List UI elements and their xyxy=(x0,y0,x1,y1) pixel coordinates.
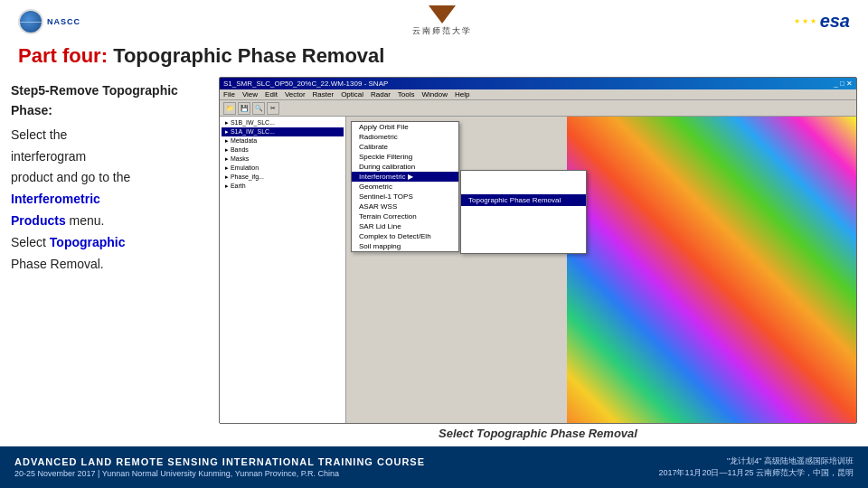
text-phase-removal: Phase Removal. xyxy=(11,257,104,271)
sw-toolbar: 📁 💾 🔍 ✂ xyxy=(220,100,856,117)
link-topographic: Topographic xyxy=(50,235,126,249)
menu-radar[interactable]: Radar xyxy=(371,90,391,99)
title-main: Topographic Phase Removal xyxy=(113,44,384,67)
menu-window[interactable]: Window xyxy=(422,90,448,99)
banner-left-section: ADVANCED LAND REMOTE SENSING INTERNATION… xyxy=(14,456,425,478)
esa-text: esa xyxy=(820,11,850,32)
course-dates: 20-25 November 2017 | Yunnan Normal Univ… xyxy=(14,469,425,478)
university-text: 云南师范大学 xyxy=(412,25,472,37)
ctx-terrain[interactable]: Terrain Correction xyxy=(352,211,458,221)
university-logo: 云南师范大学 xyxy=(412,5,472,37)
tree-item-8[interactable]: ▸ Earth xyxy=(222,182,344,191)
sar-image xyxy=(567,117,856,424)
ctx-asar[interactable]: ASAR WSS xyxy=(352,202,458,211)
sw-title-text: S1_SMR_SLC_OP50_20%C_22.WM-1309 - SNAP xyxy=(223,80,388,88)
left-text-panel: Step5-Remove Topographic Phase: Select t… xyxy=(11,77,210,443)
sub-coherence[interactable]: Coherence Estimation xyxy=(461,183,586,194)
esa-logo: ★ ★ ★ esa xyxy=(794,11,850,32)
link-interferometric: Interferometric xyxy=(11,192,100,206)
body-text: Select the interferogram product and go … xyxy=(11,125,210,276)
right-title: "龙计划4" 高级陆地遥感国际培训班 xyxy=(658,455,854,467)
ctx-sentinel[interactable]: Sentinel-1 TOPS xyxy=(352,192,458,202)
bottom-banner: ADVANCED LAND REMOTE SENSING INTERNATION… xyxy=(0,446,868,488)
menu-edit[interactable]: Edit xyxy=(265,90,278,99)
star-icon-2: ★ xyxy=(802,17,808,25)
slide-title: Part four: Topographic Phase Removal xyxy=(18,44,850,68)
title-prefix: Part four: xyxy=(18,44,113,67)
star-icon-3: ★ xyxy=(810,17,816,25)
sub-phase-displacement[interactable]: Phase to Displacement xyxy=(461,230,586,241)
menu-raster[interactable]: Raster xyxy=(313,90,335,99)
ctx-geometric[interactable]: Geometric xyxy=(352,182,458,192)
text-interferogram: interferogram xyxy=(11,149,86,164)
software-screenshot: S1_SMR_SLC_OP50_20%C_22.WM-1309 - SNAP _… xyxy=(219,77,857,424)
toolbar-btn-1[interactable]: 📁 xyxy=(223,102,236,115)
interferometric-submenu: Interferogram Formation Coherence Estima… xyxy=(460,170,587,254)
arrow-icon xyxy=(429,5,456,23)
toolbar-btn-4[interactable]: ✂ xyxy=(267,102,279,115)
menu-file[interactable]: File xyxy=(223,90,235,99)
ctx-radiometric[interactable]: Radiometric xyxy=(352,132,458,142)
sw-menubar: File View Edit Vector Raster Optical Rad… xyxy=(220,89,856,100)
text-menu: menu. xyxy=(70,213,105,228)
sw-window-controls: _ □ ✕ xyxy=(834,80,853,88)
ctx-apply-orbit[interactable]: Apply Orbit File xyxy=(352,122,458,132)
nascc-text: NASCC xyxy=(47,17,80,26)
screenshot-caption: Select Topographic Phase Removal xyxy=(219,424,857,443)
main-content: Step5-Remove Topographic Phase: Select t… xyxy=(0,73,868,446)
ctx-during[interactable]: During calibration xyxy=(352,162,458,172)
ctx-sar-lid[interactable]: SAR Lid Line xyxy=(352,221,458,231)
toolbar-btn-3[interactable]: 🔍 xyxy=(252,102,265,115)
sw-titlebar: S1_SMR_SLC_OP50_20%C_22.WM-1309 - SNAP _… xyxy=(220,78,856,89)
sub-phase-elevation[interactable]: Phase to Elevation xyxy=(461,241,586,253)
tree-item-4[interactable]: ▸ Bands xyxy=(222,145,344,155)
ctx-soil[interactable]: Soil mapping xyxy=(352,241,458,251)
toolbar-btn-2[interactable]: 💾 xyxy=(238,102,250,115)
menu-vector[interactable]: Vector xyxy=(285,90,306,99)
ctx-interferometric[interactable]: Interferometric ▶ Interferogram Formatio… xyxy=(352,172,458,182)
tree-item-6[interactable]: ▸ Emulation xyxy=(222,164,344,173)
tree-item-7[interactable]: ▸ Phase_ifg... xyxy=(222,173,344,182)
sw-center-panel: Apply Orbit File Radiometric Calibrate S… xyxy=(346,117,856,424)
star-icon-1: ★ xyxy=(794,17,800,25)
ctx-speckle[interactable]: Speckle Filtering xyxy=(352,152,458,162)
step-title: Step5-Remove Topographic Phase: xyxy=(11,80,210,121)
link-products: Products xyxy=(11,213,66,228)
course-name: ADVANCED LAND REMOTE SENSING INTERNATION… xyxy=(14,456,425,467)
banner-right-section: "龙计划4" 高级陆地遥感国际培训班 2017年11月20日—11月25 云南师… xyxy=(658,455,854,479)
screenshot-area: S1_SMR_SLC_OP50_20%C_22.WM-1309 - SNAP _… xyxy=(219,77,857,443)
tree-item-2[interactable]: ▸ S1A_IW_SLC... xyxy=(222,127,344,136)
text-product-and: product and go to the xyxy=(11,170,130,184)
top-bar: NASCC 云南师范大学 ★ ★ ★ esa xyxy=(0,0,868,42)
text-the: the xyxy=(50,127,67,142)
nascc-logo: NASCC xyxy=(18,8,90,35)
menu-tools[interactable]: Tools xyxy=(398,90,415,99)
text-select2: Select xyxy=(11,235,46,249)
context-menu: Apply Orbit File Radiometric Calibrate S… xyxy=(351,121,459,252)
sub-thermogram[interactable]: Thermogram Differential..SAR xyxy=(461,206,586,218)
menu-help[interactable]: Help xyxy=(455,90,469,99)
title-bar: Part four: Topographic Phase Removal xyxy=(0,42,868,73)
sw-window: S1_SMR_SLC_OP50_20%C_22.WM-1309 - SNAP _… xyxy=(220,78,856,423)
sub-phase-height[interactable]: Phase to Height xyxy=(461,218,586,230)
sw-main: ▸ S1B_IW_SLC... ▸ S1A_IW_SLC... ▸ Metada… xyxy=(220,117,856,424)
text-select: Select xyxy=(11,127,46,142)
menu-optical[interactable]: Optical xyxy=(341,90,363,99)
right-dates: 2017年11月20日—11月25 云南师范大学，中国，昆明 xyxy=(658,467,854,479)
slide: NASCC 云南师范大学 ★ ★ ★ esa Part four: Topogr… xyxy=(0,0,868,488)
menu-view[interactable]: View xyxy=(242,90,258,99)
ctx-calibrate[interactable]: Calibrate xyxy=(352,142,458,152)
sub-interferogram[interactable]: Interferogram Formation xyxy=(461,171,586,183)
tree-item-1[interactable]: ▸ S1B_IW_SLC... xyxy=(222,118,344,127)
globe-icon xyxy=(18,9,43,34)
tree-item-3[interactable]: ▸ Metadata xyxy=(222,136,344,145)
tree-item-5[interactable]: ▸ Masks xyxy=(222,155,344,164)
sw-file-tree: ▸ S1B_IW_SLC... ▸ S1A_IW_SLC... ▸ Metada… xyxy=(220,117,346,424)
esa-stars: ★ ★ ★ xyxy=(794,17,816,25)
sub-topographic[interactable]: Topographic Phase Removal xyxy=(461,194,586,206)
ctx-complex[interactable]: Complex to Detect/Elh xyxy=(352,231,458,241)
